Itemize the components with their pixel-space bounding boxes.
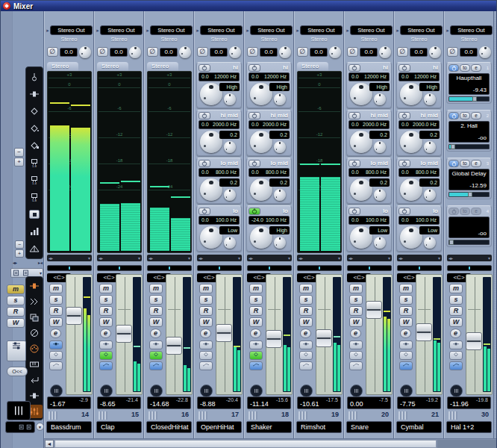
- eq-q-knob[interactable]: [224, 141, 236, 153]
- scroll-right-icon[interactable]: ▸: [101, 255, 103, 261]
- widen-arrows-icon[interactable]: ▸◂: [38, 260, 43, 267]
- send-level-slider[interactable]: [448, 96, 490, 102]
- output-routing-selector[interactable]: Stereo Out: [300, 25, 343, 35]
- phase-button[interactable]: ∅: [397, 47, 408, 57]
- fader-handle[interactable]: [266, 330, 282, 348]
- routing-matrix-button[interactable]: [7, 340, 26, 361]
- edit-button[interactable]: e: [350, 329, 361, 338]
- inserts-state-icon[interactable]: [399, 340, 413, 349]
- solo-button[interactable]: s: [249, 295, 263, 305]
- strip-grip[interactable]: [398, 411, 407, 420]
- mute-button[interactable]: m: [249, 284, 263, 293]
- eq-band-power-button[interactable]: [398, 112, 410, 119]
- strip-grip[interactable]: [49, 411, 57, 420]
- eq-q-knob[interactable]: [274, 93, 286, 105]
- solo-button[interactable]: s: [349, 295, 363, 305]
- eq-band-display[interactable]: 0.0800.0 Hz: [248, 168, 290, 177]
- fader-handle[interactable]: [216, 324, 232, 342]
- pan-control[interactable]: [397, 265, 442, 271]
- eq-q-knob[interactable]: [374, 237, 386, 249]
- eq-band-display[interactable]: 0.0800.0 Hz: [199, 168, 240, 177]
- solo-button[interactable]: s: [49, 295, 63, 305]
- send-edit-button[interactable]: e: [471, 208, 481, 215]
- show-bypass-icon[interactable]: [26, 326, 43, 340]
- channel-name[interactable]: Cymbal: [396, 421, 442, 433]
- pan-control[interactable]: [47, 265, 92, 271]
- inserts-state-icon[interactable]: [49, 340, 63, 349]
- send-display[interactable]: Global Delay-12.59: [448, 169, 490, 190]
- global-mute-button[interactable]: m: [7, 284, 25, 294]
- level-value-display[interactable]: -7.50.00: [347, 396, 391, 409]
- fader-track[interactable]: [417, 277, 431, 392]
- strip-view-scrollbar[interactable]: ◂▸▾: [247, 255, 292, 261]
- input-gain-knob[interactable]: [329, 46, 341, 58]
- read-button[interactable]: R: [49, 306, 63, 316]
- eq-band-power-button[interactable]: [398, 64, 410, 72]
- edit-button[interactable]: e: [100, 329, 111, 338]
- eq-band-display[interactable]: 0.012000 Hz: [199, 72, 240, 81]
- mute-button[interactable]: m: [449, 284, 463, 293]
- eq-q-display[interactable]: 0.2: [369, 178, 390, 187]
- input-gain-knob[interactable]: [379, 46, 391, 58]
- eq-band-power-button[interactable]: [248, 64, 260, 72]
- output-routing-selector[interactable]: Stereo Out: [350, 25, 393, 35]
- expand-small-button[interactable]: +: [15, 249, 24, 258]
- write-button[interactable]: W: [199, 317, 213, 327]
- eq-band-display[interactable]: 0.02000.0 Hz: [248, 120, 290, 129]
- input-gain-display[interactable]: 0.0: [310, 48, 328, 57]
- eq-q-knob[interactable]: [374, 189, 386, 201]
- send-level-slider[interactable]: [448, 192, 490, 197]
- strip-grip[interactable]: [199, 411, 207, 420]
- channel-racks-button[interactable]: [7, 401, 31, 420]
- edit-button[interactable]: e: [250, 329, 261, 338]
- scroll-right-icon[interactable]: ▸: [351, 255, 353, 261]
- send-display[interactable]: -oo: [448, 217, 490, 238]
- channels-scrollbar[interactable]: ◄: [44, 438, 496, 448]
- send-power-button[interactable]: [448, 160, 459, 167]
- view-menu-arrow-icon[interactable]: ▾: [288, 255, 290, 261]
- level-value-display[interactable]: -21.4-8.65: [97, 396, 141, 409]
- strip-grip[interactable]: [448, 411, 457, 420]
- eq-band-display[interactable]: 0.0800.0 Hz: [348, 168, 390, 177]
- channel-name[interactable]: Bassdrum: [46, 421, 92, 433]
- view-menu-arrow-icon[interactable]: ▾: [338, 255, 340, 261]
- strip-view-scrollbar[interactable]: ◂▸▾: [397, 255, 442, 261]
- read-button[interactable]: R: [449, 306, 463, 316]
- input-gain-display[interactable]: 0.0: [410, 48, 428, 57]
- eq-q-knob[interactable]: [224, 93, 236, 105]
- scroll-right-icon[interactable]: ▸: [201, 255, 203, 261]
- pan-box-view-icon[interactable]: [26, 139, 43, 152]
- read-button[interactable]: R: [199, 306, 213, 316]
- pan-control[interactable]: [97, 265, 142, 271]
- sends-state-icon[interactable]: [149, 361, 163, 370]
- channel-name[interactable]: Rimshot: [296, 421, 342, 433]
- eq-q-display[interactable]: 0.2: [269, 178, 290, 187]
- eq-band-display[interactable]: 0.0800.0 Hz: [398, 168, 440, 177]
- fader-handle[interactable]: [166, 337, 182, 355]
- scroll-right-icon[interactable]: ▸: [301, 255, 303, 261]
- send-edit-button[interactable]: e: [471, 112, 481, 119]
- eq-state-icon[interactable]: [49, 351, 63, 360]
- send-edit-button[interactable]: e: [471, 64, 481, 72]
- eq-q-knob[interactable]: [224, 189, 236, 201]
- eq-band-display[interactable]: 0.012000 Hz: [348, 72, 390, 81]
- scroll-right-icon[interactable]: ▸: [451, 255, 453, 261]
- fader-track[interactable]: [467, 277, 481, 392]
- input-gain-display[interactable]: 0.0: [60, 48, 78, 57]
- inserts-state-icon[interactable]: [99, 340, 113, 349]
- send-power-button[interactable]: [448, 208, 459, 215]
- input-gain-knob[interactable]: [79, 46, 91, 58]
- fader-track[interactable]: [317, 277, 331, 392]
- eq-q-display[interactable]: Low: [419, 226, 440, 234]
- eq-q-knob[interactable]: [274, 189, 286, 201]
- input-gain-display[interactable]: 0.0: [260, 48, 278, 57]
- inserts-state-icon[interactable]: [249, 340, 263, 349]
- eq-band-power-button[interactable]: [199, 64, 210, 72]
- pan-control[interactable]: [197, 265, 242, 271]
- inserts-state-icon[interactable]: [299, 340, 313, 349]
- eq-band-power-button[interactable]: [348, 208, 360, 215]
- view-menu-arrow-icon[interactable]: ▾: [88, 255, 90, 261]
- input-gain-display[interactable]: 0.0: [110, 48, 128, 57]
- eq-q-display[interactable]: Low: [369, 226, 390, 234]
- edit-button[interactable]: e: [150, 329, 161, 338]
